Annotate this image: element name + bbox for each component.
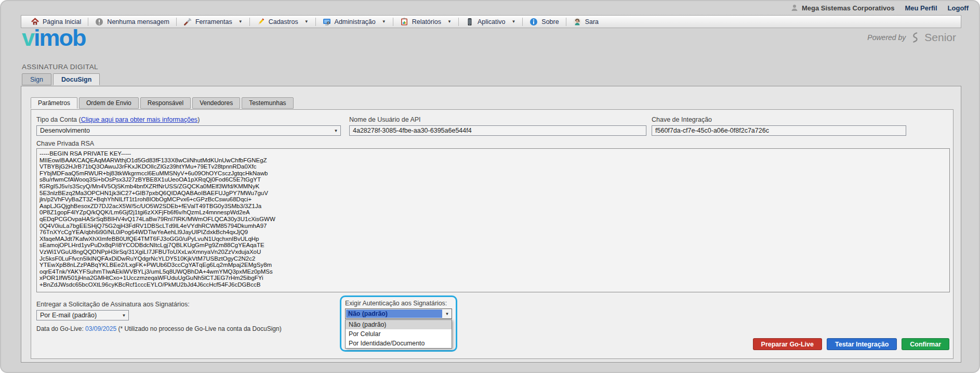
support-avatar-icon <box>573 18 581 26</box>
logoff-link[interactable]: Logoff <box>948 4 969 12</box>
delivery-label: Entregar a Solicitação de Assinatura aos… <box>36 301 190 308</box>
monitor-icon <box>323 18 331 26</box>
auth-highlight-box: Exigir Autenticação aos Signatários: Não… <box>340 295 457 352</box>
alert-icon <box>95 18 103 26</box>
api-user-input[interactable] <box>349 125 646 136</box>
golive-line: Data do Go-Live: 03/09/2025 (* Utilizado… <box>36 325 282 332</box>
auth-option-celular[interactable]: Por Celular <box>346 329 452 339</box>
sub-tab-bar: Parâmetros Ordem de Envio Responsável Ve… <box>31 97 294 109</box>
rsa-key-textarea[interactable]: -----BEGIN RSA PRIVATE KEY----- MIIEowIB… <box>36 148 950 292</box>
delivery-value: Por E-mail (padrão) <box>37 312 100 319</box>
golive-label: Data do Go-Live: <box>36 325 84 332</box>
account-type-label-close: ) <box>197 116 200 123</box>
rsa-key-label: Chave Privada RSA <box>36 140 94 147</box>
chevron-down-icon: ▼ <box>447 19 452 24</box>
powered-by: Powered by Senior <box>867 31 956 44</box>
tab-sign[interactable]: Sign <box>22 73 51 85</box>
tab-ordem-de-envio[interactable]: Ordem de Envio <box>79 97 139 109</box>
golive-date[interactable]: 03/09/2025 <box>85 325 116 332</box>
section-title: ASSINATURA DIGITAL <box>22 63 98 71</box>
toolbar-label: Cadastros <box>269 18 298 25</box>
toolbar-item-assistant[interactable]: Sara <box>566 16 605 28</box>
main-toolbar: Página Inicial Nenhuma mensagem Ferramen… <box>21 15 961 28</box>
auth-selected-value: Não (padrão) <box>346 310 442 318</box>
account-type-select[interactable]: Desenvolvimento ▼ <box>36 125 341 136</box>
chevron-down-icon: ▼ <box>443 309 452 318</box>
golive-note: (* Utilizado no processo de Go-Live na c… <box>118 325 281 332</box>
chevron-down-icon: ▼ <box>382 19 386 24</box>
application-window: Mega Sistemas Corporativos Meu Perfil Lo… <box>0 0 980 373</box>
integration-key-input[interactable] <box>652 125 906 136</box>
tab-testemunhas[interactable]: Testemunhas <box>242 97 293 109</box>
parametros-content: Tipo da Conta (Clique aqui para obter ma… <box>31 109 953 359</box>
account-type-value: Desenvolvimento <box>37 127 93 134</box>
toolbar-label: Sara <box>585 18 599 25</box>
company-name: Mega Sistemas Corporativos <box>802 4 894 12</box>
toolbar-label: Relatórios <box>412 18 441 25</box>
toolbar-item-app[interactable]: Aplicativo ▼ <box>459 16 522 28</box>
delivery-select[interactable]: Por E-mail (padrão) ▼ <box>36 310 129 320</box>
pencil-icon <box>257 18 265 26</box>
logo-text-blue: imob <box>34 24 86 51</box>
tab-docusign[interactable]: DocuSign <box>53 73 100 85</box>
more-info-link[interactable]: Clique aqui para obter mais informações <box>81 116 197 123</box>
company-account: Mega Sistemas Corporativos <box>790 4 894 12</box>
vendor-name: Senior <box>924 31 956 44</box>
auth-options-list: Não (padrão) Por Celular Por Identidade/… <box>345 319 452 349</box>
test-integration-button[interactable]: Testar Integração <box>827 338 897 350</box>
chevron-down-icon: ▼ <box>332 126 340 135</box>
account-type-label-text: Tipo da Conta ( <box>36 116 81 123</box>
toolbar-label: Nenhuma mensagem <box>107 18 169 25</box>
prepare-golive-button[interactable]: Preparar Go-Live <box>753 338 822 350</box>
toolbar-item-registrations[interactable]: Cadastros ▼ <box>250 16 315 28</box>
main-tab-bar: Sign DocuSign <box>22 73 100 85</box>
phone-icon <box>466 18 474 26</box>
api-user-label: Nome de Usuário de API <box>349 116 421 123</box>
report-icon <box>400 18 408 26</box>
person-icon <box>790 4 799 12</box>
top-bar: Mega Sistemas Corporativos Meu Perfil Lo… <box>1 1 979 15</box>
my-profile-link[interactable]: Meu Perfil <box>905 4 937 12</box>
auth-label: Exigir Autenticação aos Signatários: <box>345 300 452 307</box>
tab-responsavel[interactable]: Responsável <box>140 97 191 109</box>
auth-option-identidade[interactable]: Por Identidade/Documento <box>346 339 452 348</box>
confirm-button[interactable]: Confirmar <box>902 338 949 350</box>
tab-parametros[interactable]: Parâmetros <box>31 97 77 109</box>
auth-select[interactable]: Não (padrão) ▼ <box>345 308 452 319</box>
toolbar-label: Sobre <box>541 18 559 25</box>
toolbar-item-messages[interactable]: Nenhuma mensagem <box>88 16 176 28</box>
chevron-down-icon: ▼ <box>511 19 515 24</box>
auth-option-default[interactable]: Não (padrão) <box>346 320 452 329</box>
tab-vendedores[interactable]: Vendedores <box>192 97 240 109</box>
integration-key-label: Chave de Integração <box>652 116 712 123</box>
action-buttons: Preparar Go-Live Testar Integração Confi… <box>753 338 949 350</box>
toolbar-label: Ferramentas <box>195 18 232 25</box>
senior-logo-icon <box>910 32 920 43</box>
logo-text-teal: v <box>22 24 34 51</box>
vimob-logo: vimob <box>22 26 86 49</box>
info-icon <box>529 18 538 26</box>
docusign-panel: Parâmetros Ordem de Envio Responsável Ve… <box>21 86 961 363</box>
toolbar-item-reports[interactable]: Relatórios ▼ <box>393 16 458 28</box>
toolbar-item-administration[interactable]: Administração ▼ <box>316 16 393 28</box>
account-type-label: Tipo da Conta (Clique aqui para obter ma… <box>36 116 200 123</box>
wrench-icon <box>183 18 192 26</box>
toolbar-item-about[interactable]: Sobre <box>523 16 565 28</box>
toolbar-item-tools[interactable]: Ferramentas ▼ <box>177 16 249 28</box>
toolbar-label: Administração <box>335 18 376 25</box>
powered-by-text: Powered by <box>867 33 906 42</box>
chevron-down-icon: ▼ <box>304 19 309 24</box>
chevron-down-icon: ▼ <box>239 19 243 24</box>
chevron-down-icon: ▼ <box>120 311 128 320</box>
toolbar-label: Aplicativo <box>478 18 506 25</box>
